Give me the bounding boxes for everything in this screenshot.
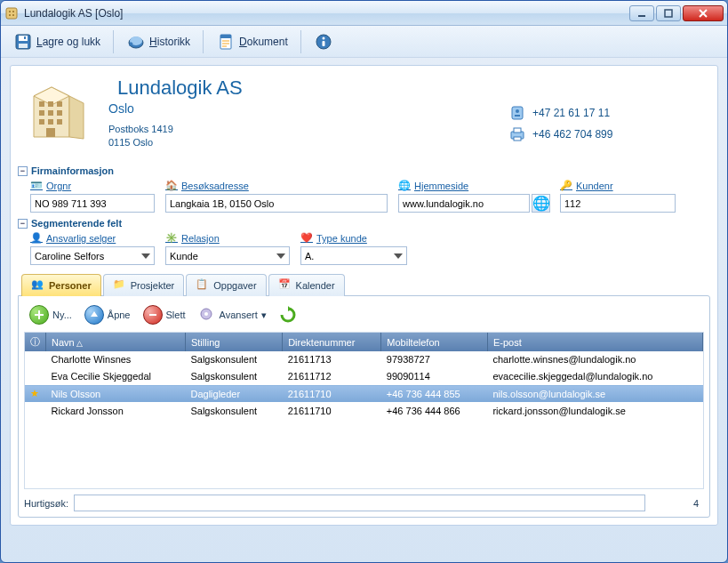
besok-label[interactable]: 🏠Besøksadresse xyxy=(165,180,388,192)
selger-field: 👤Ansvarlig selger xyxy=(30,232,155,265)
svg-rect-4 xyxy=(12,14,14,16)
svg-rect-28 xyxy=(57,101,62,107)
segment-title: Segmenterende felt xyxy=(31,218,122,229)
table-row[interactable]: Eva Cecilie SkjeggedalSalgskonsulent2161… xyxy=(25,368,703,385)
svg-rect-31 xyxy=(57,110,62,116)
minus-icon xyxy=(143,305,163,325)
svg-rect-12 xyxy=(24,36,26,39)
table-row[interactable]: Rickard JonssonSalgskonsulent21611710+46… xyxy=(25,403,703,420)
collapse-icon[interactable]: − xyxy=(18,219,28,229)
tab-personer[interactable]: 👥 Personer xyxy=(21,274,101,296)
tab-prosjekter[interactable]: 📁 Prosjekter xyxy=(103,274,185,296)
star-cell xyxy=(25,368,46,385)
grid-header-info[interactable]: ⓘ xyxy=(25,333,46,351)
save-close-button[interactable]: Lagre og lukk document.currentScript.pre… xyxy=(10,29,104,54)
history-button[interactable]: Historikk xyxy=(123,29,194,54)
besok-input[interactable] xyxy=(165,194,388,213)
selger-combo[interactable] xyxy=(30,246,155,265)
delete-button[interactable]: Slett xyxy=(140,303,189,326)
epost-cell: evacecilie.skjeggedal@lundalogik.no xyxy=(487,368,702,385)
relasjon-label[interactable]: ✳️Relasjon xyxy=(165,232,290,245)
relasjon-combo[interactable] xyxy=(165,246,290,265)
table-row[interactable]: Charlotte WinsnesSalgskonsulent216117139… xyxy=(25,351,703,368)
globe-icon: 🌐 xyxy=(398,180,411,192)
grid-header-stilling[interactable]: Stilling xyxy=(185,333,282,351)
open-url-button[interactable]: 🌐 xyxy=(532,194,550,213)
personer-toolbar: Ny... Åpne Slett Avansert ▾ xyxy=(24,302,704,332)
new-label: Ny... xyxy=(52,310,72,320)
info-button[interactable] xyxy=(310,29,337,54)
svg-point-46 xyxy=(204,312,208,316)
hjemmeside-label[interactable]: 🌐Hjemmeside xyxy=(398,180,549,192)
close-button[interactable] xyxy=(683,5,724,21)
personer-grid[interactable]: ⓘ Navn△ Stilling Direktenummer Mobiltele… xyxy=(24,332,704,489)
folder-icon: 📁 xyxy=(113,278,127,293)
stilling-cell: Salgskonsulent xyxy=(185,368,282,385)
tab-oppgaver[interactable]: 📋 Oppgaver xyxy=(186,274,266,296)
open-label: Åpne xyxy=(108,310,131,320)
phone-value[interactable]: +47 21 61 17 11 xyxy=(532,107,610,119)
minimize-button[interactable] xyxy=(629,5,654,21)
grid-footer: Hurtigsøk: 4 xyxy=(24,495,704,511)
advanced-button[interactable]: Avansert ▾ xyxy=(195,304,270,326)
grid-header-direkte[interactable]: Direktenummer xyxy=(283,333,381,351)
new-button[interactable]: Ny... xyxy=(26,303,76,326)
table-row[interactable]: ★Nils OlssonDagligleder21611710+46 736 4… xyxy=(25,385,703,403)
navn-cell: Charlotte Winsnes xyxy=(46,351,186,368)
grid-header-navn[interactable]: Navn△ xyxy=(46,333,186,351)
grid-header-mobil[interactable]: Mobiltelefon xyxy=(381,333,488,351)
star-cell xyxy=(25,351,46,368)
star-cell: ★ xyxy=(25,385,46,403)
star-icon: ★ xyxy=(30,388,39,398)
svg-rect-2 xyxy=(12,11,14,12)
tab-oppgaver-label: Oppgaver xyxy=(213,280,256,291)
firmainfo-fields: 🪪Orgnr 🏠Besøksadresse 🌐Hjemmeside 🌐 xyxy=(18,180,710,213)
titlebar: Lundalogik AS [Oslo] xyxy=(1,1,727,26)
svg-rect-30 xyxy=(48,110,53,116)
selger-label[interactable]: 👤Ansvarlig selger xyxy=(30,232,155,245)
quicksearch-input[interactable] xyxy=(74,495,645,511)
svg-rect-34 xyxy=(57,119,62,125)
svg-rect-1 xyxy=(9,11,11,12)
info-icon xyxy=(314,32,333,52)
save-close-label: Lagre og lukk xyxy=(36,36,100,48)
svg-rect-26 xyxy=(39,101,44,107)
relasjon-field: ✳️Relasjon xyxy=(165,232,290,265)
orgnr-field: 🪪Orgnr xyxy=(30,180,155,213)
history-label: Historikk xyxy=(149,36,190,48)
sort-asc-icon: △ xyxy=(76,339,83,348)
refresh-button[interactable] xyxy=(276,304,300,326)
id-icon: 🪪 xyxy=(30,180,43,192)
hjemmeside-field: 🌐Hjemmeside 🌐 xyxy=(398,180,549,213)
typekunde-combo[interactable] xyxy=(300,246,407,265)
maximize-button[interactable] xyxy=(656,5,681,21)
personer-panel: Ny... Åpne Slett Avansert ▾ xyxy=(18,295,710,518)
typekunde-label[interactable]: ❤️Type kunde xyxy=(300,232,407,245)
hjemmeside-input[interactable] xyxy=(398,194,530,213)
collapse-icon[interactable]: − xyxy=(18,166,28,176)
chevron-down-icon: ▾ xyxy=(261,310,267,321)
person-icon: 👤 xyxy=(30,232,43,245)
segment-header: − Segmenterende felt xyxy=(18,216,710,230)
direkte-cell: 21611713 xyxy=(283,351,381,368)
stilling-cell: Salgskonsulent xyxy=(185,351,282,368)
task-icon: 📋 xyxy=(196,278,210,293)
fax-value[interactable]: +46 462 704 899 xyxy=(532,128,612,141)
document-button[interactable]: Dokument xyxy=(212,29,292,54)
firmainfo-title: Firmainformasjon xyxy=(31,165,114,176)
fax-icon xyxy=(509,126,525,142)
mobil-cell: 97938727 xyxy=(381,351,488,368)
svg-rect-40 xyxy=(514,128,521,133)
toolbar-sep xyxy=(113,30,114,53)
orgnr-input[interactable] xyxy=(30,194,155,213)
info-icon: ⓘ xyxy=(30,336,40,347)
people-icon: 👥 xyxy=(31,278,45,293)
delete-label: Slett xyxy=(166,310,186,320)
grid-header-epost[interactable]: E-post xyxy=(487,333,702,351)
open-button[interactable]: Åpne xyxy=(81,303,134,326)
star-cell xyxy=(25,403,46,420)
tab-kalender[interactable]: 📅 Kalender xyxy=(268,274,345,296)
kundenr-label[interactable]: 🔑Kundenr xyxy=(560,180,676,192)
kundenr-input[interactable] xyxy=(560,194,676,213)
orgnr-label[interactable]: 🪪Orgnr xyxy=(30,180,155,192)
